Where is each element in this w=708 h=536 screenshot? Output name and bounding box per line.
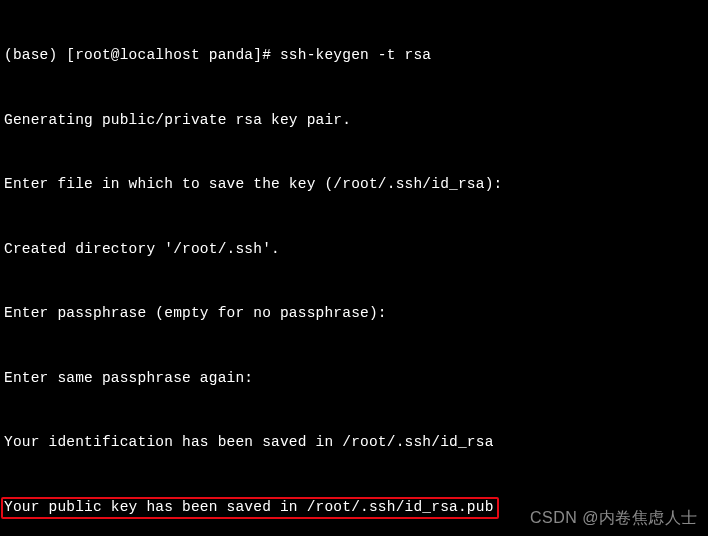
terminal-line: Enter file in which to save the key (/ro… [4, 174, 708, 196]
terminal-line: Generating public/private rsa key pair. [4, 110, 708, 132]
terminal-output: (base) [root@localhost panda]# ssh-keyge… [0, 0, 708, 536]
terminal-line: Your identification has been saved in /r… [4, 432, 708, 454]
terminal-line: Enter passphrase (empty for no passphras… [4, 303, 708, 325]
watermark: CSDN @内卷焦虑人士 [530, 507, 698, 529]
terminal-line: (base) [root@localhost panda]# ssh-keyge… [4, 45, 708, 67]
terminal-line: Enter same passphrase again: [4, 368, 708, 390]
terminal-line: Created directory '/root/.ssh'. [4, 239, 708, 261]
